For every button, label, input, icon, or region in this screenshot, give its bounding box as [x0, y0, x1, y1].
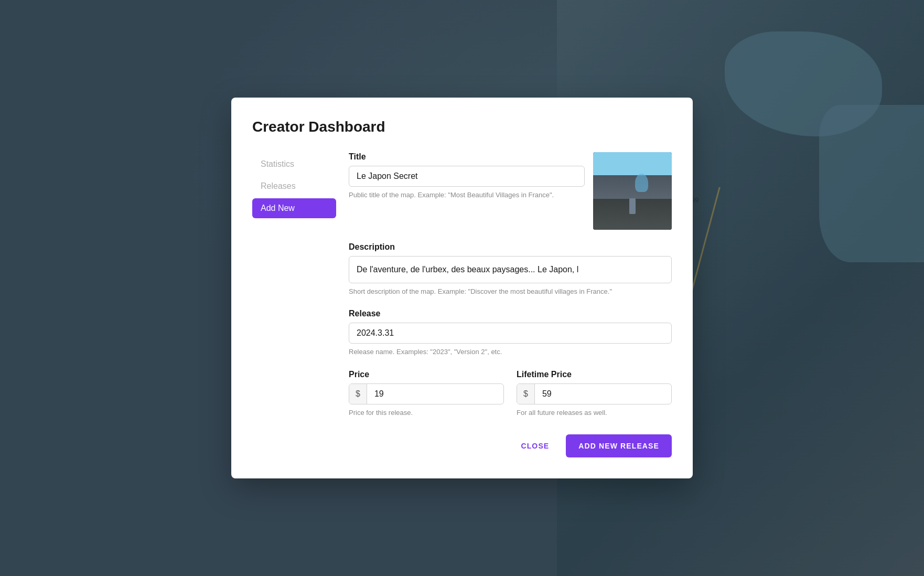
title-input[interactable]	[349, 166, 585, 187]
lifetime-price-col: Lifetime Price $ For all future releases…	[517, 370, 672, 418]
lifetime-price-hint: For all future releases as well.	[517, 408, 672, 418]
title-left: Title Public title of the map. Example: …	[349, 152, 585, 200]
release-label: Release	[349, 309, 672, 318]
release-hint: Release name. Examples: "2023", "Version…	[349, 347, 672, 357]
release-section: Release Release name. Examples: "2023", …	[349, 309, 672, 357]
lifetime-price-label: Lifetime Price	[517, 370, 672, 379]
title-hint: Public title of the map. Example: "Most …	[349, 190, 585, 200]
description-input[interactable]	[349, 256, 672, 283]
sidebar-item-add-new[interactable]: Add New	[252, 198, 336, 218]
price-label: Price	[349, 370, 504, 379]
modal-title: Creator Dashboard	[252, 119, 672, 135]
price-input[interactable]	[367, 384, 503, 404]
price-symbol: $	[349, 384, 367, 404]
release-input[interactable]	[349, 323, 672, 344]
description-label: Description	[349, 242, 672, 252]
lifetime-price-input[interactable]	[535, 384, 671, 404]
lifetime-price-symbol: $	[517, 384, 535, 404]
action-row: CLOSE ADD NEW RELEASE	[349, 434, 672, 457]
price-input-wrapper: $	[349, 383, 504, 404]
close-button[interactable]: CLOSE	[512, 436, 557, 455]
modal-overlay: Creator Dashboard Statistics Releases Ad…	[0, 0, 924, 576]
title-label: Title	[349, 152, 585, 162]
price-hint: Price for this release.	[349, 408, 504, 418]
description-hint: Short description of the map. Example: "…	[349, 286, 672, 297]
creator-dashboard-modal: Creator Dashboard Statistics Releases Ad…	[231, 98, 693, 479]
form-content: Title Public title of the map. Example: …	[336, 152, 672, 458]
price-row: Price $ Price for this release. Lifetime…	[349, 370, 672, 418]
title-section: Title Public title of the map. Example: …	[349, 152, 672, 230]
modal-body: Statistics Releases Add New Title Public…	[252, 152, 672, 458]
map-thumbnail	[593, 152, 672, 230]
sidebar-nav: Statistics Releases Add New	[252, 152, 336, 458]
add-new-release-button[interactable]: ADD NEW RELEASE	[566, 434, 672, 457]
sidebar-item-statistics[interactable]: Statistics	[252, 154, 336, 174]
description-section: Description Short description of the map…	[349, 242, 672, 297]
sidebar-item-releases[interactable]: Releases	[252, 176, 336, 196]
thumbnail-image	[593, 152, 672, 230]
price-col: Price $ Price for this release.	[349, 370, 504, 418]
lifetime-price-input-wrapper: $	[517, 383, 672, 404]
